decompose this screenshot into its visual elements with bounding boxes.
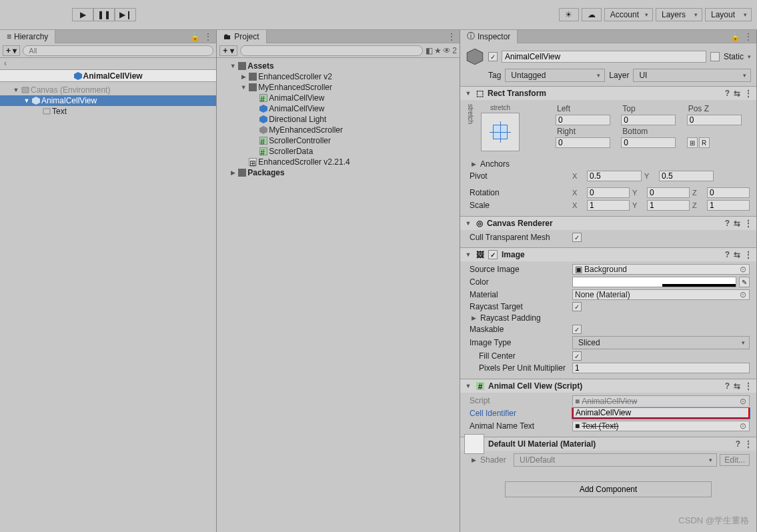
lock-icon[interactable]: 🔒 [190, 32, 200, 41]
raycast-padding-foldout[interactable]: Raycast Padding [480, 313, 567, 323]
add-button[interactable]: + ▾ [3, 45, 20, 56]
menu-icon[interactable]: ⋮ [744, 32, 752, 41]
layer-dropdown[interactable]: UI [633, 69, 751, 82]
rot-x-input[interactable] [587, 187, 630, 198]
image-enable-checkbox[interactable]: ✓ [488, 250, 498, 259]
project-tab[interactable]: 🖿Project [217, 30, 266, 43]
hierarchy-tab[interactable]: ≡Hierarchy [0, 30, 55, 43]
tag-dropdown[interactable]: Untagged [505, 69, 605, 82]
tree-item-myes[interactable]: ▼MyEnhancedScroller [217, 82, 460, 93]
color-field[interactable] [572, 277, 736, 287]
help-icon[interactable]: ? [725, 250, 730, 259]
tree-item-script3[interactable]: #ScrollerData [217, 146, 460, 157]
anchors-foldout[interactable]: Anchors [480, 159, 567, 169]
animal-name-text-field[interactable]: ■ Text (Text) [572, 421, 750, 431]
help-icon[interactable]: ? [736, 439, 740, 449]
scale-y-input[interactable] [647, 200, 690, 211]
scale-x-input[interactable] [587, 200, 630, 211]
material-field[interactable]: None (Material) [572, 289, 750, 300]
component-header[interactable]: ▼#Animal Cell View (Script)?⇆⋮ [460, 379, 756, 393]
layout-dropdown[interactable]: Layout [705, 8, 752, 21]
tree-item-script[interactable]: #AnimalCellView [217, 93, 460, 103]
visibility-icon[interactable]: 👁 [443, 46, 451, 55]
step-button[interactable]: ▶❙ [115, 8, 136, 21]
help-icon[interactable]: ? [725, 381, 730, 391]
raw-toggle[interactable]: R [699, 137, 710, 148]
account-dropdown[interactable]: Account [604, 8, 653, 21]
project-search-input[interactable] [240, 45, 424, 56]
preset-icon[interactable]: ⇆ [734, 89, 740, 98]
help-icon[interactable]: ? [725, 219, 730, 228]
anchor-preset-button[interactable] [481, 113, 520, 151]
lighting-icon[interactable]: ☀ [559, 8, 579, 21]
help-icon[interactable]: ? [725, 89, 730, 98]
eyedropper-icon[interactable]: ✎ [739, 277, 750, 287]
menu-icon[interactable]: ⋮ [744, 250, 752, 259]
canvas-icon: ◎ [476, 219, 483, 228]
layers-dropdown[interactable]: Layers [656, 8, 702, 21]
blueprint-icon[interactable]: ⊞ [687, 137, 698, 148]
component-header[interactable]: ▼🖼✓Image?⇆⋮ [460, 248, 756, 261]
menu-icon[interactable]: ⋮ [204, 32, 212, 41]
ppu-input[interactable] [572, 363, 750, 373]
posz-input[interactable] [687, 115, 742, 125]
bottom-input[interactable] [621, 137, 676, 148]
top-input[interactable] [621, 115, 676, 125]
cell-identifier-input[interactable] [572, 408, 750, 419]
play-button[interactable]: ▶ [72, 8, 93, 21]
scale-z-input[interactable] [707, 200, 750, 211]
menu-icon[interactable]: ⋮ [744, 381, 752, 391]
back-chevron[interactable]: ‹ [0, 58, 216, 70]
component-header[interactable]: ▼◎Canvas Renderer?⇆⋮ [460, 217, 756, 230]
component-header[interactable]: Default UI Material (Material) ?⋮ [460, 437, 756, 451]
tree-item-pkg[interactable]: ⊞EnhancedScroller v2.21.4 [217, 157, 460, 167]
tree-item-canvas[interactable]: ▼Canvas (Environment) [0, 85, 216, 95]
fill-center-checkbox[interactable]: ✓ [572, 351, 582, 361]
hierarchy-search-input[interactable] [23, 45, 213, 56]
left-input[interactable] [556, 115, 610, 125]
add-component-button[interactable]: Add Component [505, 481, 712, 497]
filter-icon1[interactable]: ◧ [426, 46, 433, 55]
inspector-tab[interactable]: ⓘInspector [460, 30, 518, 43]
cull-checkbox[interactable]: ✓ [572, 233, 582, 242]
tree-item-light[interactable]: Directional Light [217, 114, 460, 125]
filter-icon2[interactable]: ★ [434, 46, 442, 55]
component-header[interactable]: ▼⬚Rect Transform?⇆⋮ [460, 87, 756, 100]
pause-button[interactable]: ❚❚ [93, 8, 115, 21]
maskable-checkbox[interactable]: ✓ [572, 325, 582, 334]
static-checkbox[interactable] [710, 52, 720, 61]
play-controls: ▶ ❚❚ ▶❙ [72, 8, 136, 21]
menu-icon[interactable]: ⋮ [448, 32, 456, 41]
tree-item-packages[interactable]: ▶Packages [217, 167, 460, 178]
cloud-icon[interactable]: ☁ [582, 8, 602, 21]
menu-icon[interactable]: ⋮ [744, 439, 752, 449]
raycast-target-checkbox[interactable]: ✓ [572, 302, 582, 311]
gameobject-name-input[interactable] [502, 51, 706, 63]
lock-icon[interactable]: 🔒 [730, 32, 740, 41]
menu-icon[interactable]: ⋮ [744, 89, 752, 98]
tree-item-scene[interactable]: MyEnhancedScroller [217, 125, 460, 135]
rot-z-input[interactable] [707, 187, 750, 198]
image-type-dropdown[interactable]: Sliced [572, 336, 750, 349]
active-checkbox[interactable]: ✓ [488, 52, 498, 61]
tree-item-script2[interactable]: #ScrollerController [217, 135, 460, 146]
tree-item-cellview[interactable]: ▼AnimalCellView [0, 95, 216, 106]
right-input[interactable] [556, 137, 610, 148]
preset-icon[interactable]: ⇆ [734, 381, 740, 391]
pivot-x-input[interactable] [587, 171, 642, 181]
tree-item-es2[interactable]: ▶EnhancedScroller v2 [217, 71, 460, 82]
prefab-header[interactable]: AnimalCellView [0, 70, 216, 82]
prefab-icon [259, 115, 267, 123]
add-button[interactable]: + ▾ [219, 45, 237, 56]
shader-dropdown[interactable]: UI/Default [514, 453, 717, 467]
preset-icon[interactable]: ⇆ [734, 219, 740, 228]
source-image-field[interactable]: ▣ Background [572, 264, 750, 275]
preset-icon[interactable]: ⇆ [734, 250, 740, 259]
rot-y-input[interactable] [647, 187, 690, 198]
edit-button[interactable]: Edit... [720, 454, 750, 466]
pivot-y-input[interactable] [659, 171, 714, 181]
tree-item-assets[interactable]: ▼Assets [217, 61, 460, 71]
menu-icon[interactable]: ⋮ [744, 219, 752, 228]
tree-item-text[interactable]: Text [0, 106, 216, 117]
tree-item-prefab[interactable]: AnimalCellView [217, 103, 460, 114]
